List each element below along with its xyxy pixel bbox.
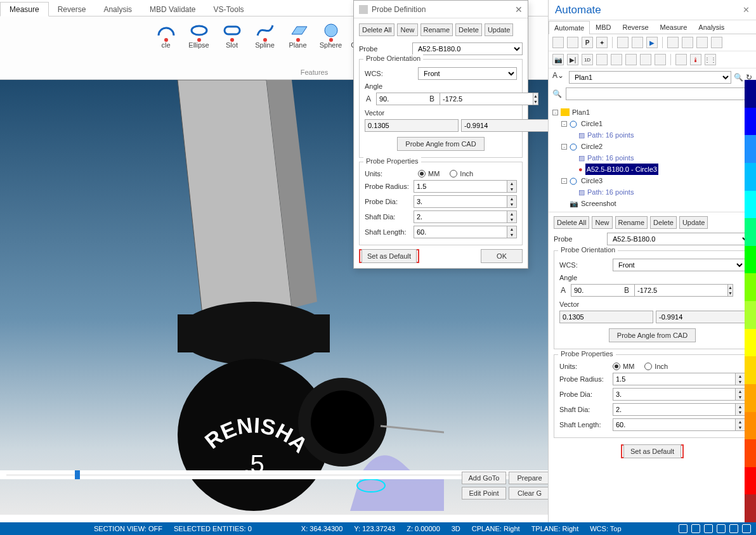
dialog-icon — [359, 5, 368, 14]
probe-radius-input[interactable] — [613, 373, 735, 385]
toolbar-icon[interactable] — [611, 54, 622, 65]
probe-dropdown[interactable]: A52.5-B180.0 — [607, 233, 751, 245]
edit-point-button[interactable]: Edit Point — [462, 487, 506, 500]
toolbar-icon[interactable]: 🌡 — [690, 54, 701, 65]
toolbar-icon[interactable] — [596, 54, 608, 65]
plan-dropdown[interactable]: Plan1 — [569, 71, 731, 84]
probe-angle-from-cad-button[interactable]: Probe Angle from CAD — [397, 137, 484, 151]
update-button[interactable]: Update — [679, 216, 708, 229]
play-icon[interactable]: ▶ — [646, 37, 658, 48]
wcs-dropdown[interactable]: Front — [418, 67, 517, 80]
tab-analysis[interactable]: Analysis — [94, 3, 141, 16]
tree-selected-node[interactable]: A52.5-B180.0 - Circle3 — [585, 164, 658, 175]
toolbar-icon[interactable]: ✦ — [596, 37, 608, 48]
tab-measure[interactable]: Measure — [0, 2, 49, 16]
angle-b-input[interactable] — [634, 284, 727, 297]
toolbar-icon[interactable] — [640, 54, 651, 65]
toolbar-icon[interactable] — [567, 37, 578, 48]
new-button[interactable]: New — [592, 216, 612, 229]
svg-point-30 — [570, 121, 577, 127]
set-default-button[interactable]: Set as Default — [362, 249, 417, 263]
tab-reverse[interactable]: Reverse — [617, 20, 655, 34]
tab-mbd[interactable]: MBD — [590, 20, 616, 34]
feature-spline[interactable]: Spline — [251, 19, 280, 49]
toolbar-icon[interactable]: ⋮⋮ — [705, 54, 716, 65]
wcs-dropdown[interactable]: Front — [613, 259, 745, 271]
close-icon[interactable]: ✕ — [515, 4, 523, 15]
plan-tree[interactable]: -Plan1 -Circle1 ▨Path: 16 points -Circle… — [549, 104, 756, 212]
status-icon[interactable] — [742, 524, 751, 533]
timeline-marker[interactable] — [75, 470, 80, 479]
camera-icon: 📷 — [570, 198, 578, 209]
toolbar-icon[interactable] — [682, 37, 693, 48]
tab-mbd-validate[interactable]: MBD Validate — [141, 3, 204, 16]
toolbar-icon[interactable]: P — [582, 37, 593, 48]
status-icon[interactable] — [704, 524, 713, 533]
rename-button[interactable]: Rename — [420, 23, 453, 36]
status-section-view: SECTION VIEW: OFF — [94, 525, 162, 532]
clear-button[interactable]: Clear G — [509, 487, 551, 500]
toolbar-icon[interactable] — [655, 54, 666, 65]
toolbar-icon[interactable] — [711, 37, 722, 48]
status-icon[interactable] — [691, 524, 700, 533]
toolbar-icon[interactable] — [675, 54, 687, 65]
toolbar-icon[interactable] — [632, 37, 643, 48]
feature-ellipse[interactable]: Ellipse — [185, 19, 214, 49]
delete-all-button[interactable]: Delete All — [554, 216, 589, 229]
status-icon[interactable] — [717, 524, 726, 533]
delete-button[interactable]: Delete — [455, 23, 482, 36]
orientation-legend: Probe Orientation — [363, 55, 423, 62]
probe-dia-input[interactable] — [414, 195, 507, 208]
status-icon[interactable] — [679, 524, 688, 533]
unit-inch-radio[interactable]: Inch — [644, 363, 668, 370]
probe-angle-from-cad-button[interactable]: Probe Angle from CAD — [609, 328, 696, 342]
status-mode: 3D — [452, 525, 460, 532]
toolbar-icon[interactable] — [696, 37, 708, 48]
status-icon[interactable] — [729, 524, 738, 533]
feature-slot[interactable]: Slot — [218, 19, 247, 49]
angle-b-label: B — [428, 94, 436, 103]
toolbar-icon[interactable] — [625, 54, 637, 65]
tab-measure[interactable]: Measure — [655, 20, 693, 34]
toolbar-icon[interactable] — [667, 37, 679, 48]
unit-mm-radio[interactable]: MM — [613, 363, 634, 370]
toolbar-icon[interactable]: 1D — [582, 54, 593, 65]
new-button[interactable]: New — [397, 23, 417, 36]
search-icon[interactable]: 🔍 — [734, 73, 743, 82]
rename-button[interactable]: Rename — [615, 216, 648, 229]
feature-sphere[interactable]: Sphere — [316, 19, 346, 49]
plan-icon[interactable]: A⌄ — [552, 71, 566, 84]
shaft-dia-input[interactable] — [414, 210, 507, 223]
shaft-len-input[interactable] — [613, 418, 735, 431]
tab-reverse[interactable]: Reverse — [49, 3, 95, 16]
toolbar-icon[interactable] — [617, 37, 629, 48]
tab-analysis[interactable]: Analysis — [693, 20, 730, 34]
toolbar-icon[interactable]: 📷 — [552, 54, 564, 65]
shaft-len-input[interactable] — [414, 226, 507, 238]
circle-icon — [570, 143, 578, 150]
tab-vs-tools[interactable]: VS-Tools — [205, 3, 253, 16]
toolbar-icon[interactable]: ▶| — [567, 54, 578, 65]
toolbar-icon[interactable] — [552, 37, 564, 48]
properties-legend: Probe Properties — [363, 157, 421, 165]
delete-button[interactable]: Delete — [650, 216, 677, 229]
angle-b-input[interactable] — [440, 93, 533, 105]
probe-radius-input[interactable] — [414, 180, 507, 193]
vector-x — [365, 119, 459, 132]
ok-button[interactable]: OK — [481, 249, 523, 263]
update-button[interactable]: Update — [485, 23, 513, 36]
shaft-dia-input[interactable] — [613, 403, 735, 416]
tab-automate[interactable]: Automate — [549, 21, 590, 34]
probe-dropdown[interactable]: A52.5-B180.0 — [412, 42, 523, 55]
set-default-button[interactable]: Set as Default — [623, 444, 681, 458]
tree-search-input[interactable] — [566, 87, 752, 100]
delete-all-button[interactable]: Delete All — [359, 23, 394, 36]
close-icon[interactable]: ✕ — [743, 5, 750, 15]
unit-mm-radio[interactable]: MM — [418, 170, 440, 177]
unit-inch-radio[interactable]: Inch — [450, 170, 473, 177]
add-goto-button[interactable]: Add GoTo — [462, 472, 506, 484]
probe-dia-input[interactable] — [613, 388, 735, 401]
prepare-button[interactable]: Prepare — [509, 472, 551, 484]
feature-plane[interactable]: Plane — [284, 19, 313, 49]
feature-arc[interactable]: cle — [152, 19, 181, 49]
